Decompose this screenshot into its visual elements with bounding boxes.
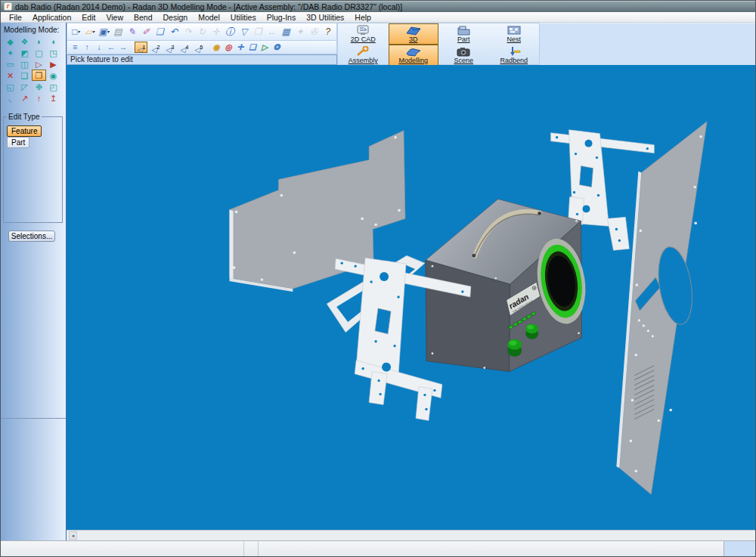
- view-preset-3[interactable]: ◁3: [163, 42, 176, 53]
- menu-bend[interactable]: Bend: [129, 13, 158, 22]
- modelling-sheet-icon: [405, 46, 422, 57]
- tool-unform[interactable]: ◟: [3, 92, 17, 104]
- tab-assembly[interactable]: Assembly: [338, 45, 389, 66]
- export-report-icon[interactable]: ▷: [259, 42, 271, 53]
- arrow-up-icon[interactable]: ↑: [81, 42, 93, 53]
- target-icon[interactable]: ◎: [222, 42, 234, 53]
- tool-unfold[interactable]: ✦: [3, 47, 17, 58]
- view-preset-2[interactable]: ◁2: [149, 42, 162, 53]
- edit-key-icon[interactable]: ✐: [139, 25, 153, 39]
- feature-button[interactable]: Feature: [7, 125, 42, 137]
- tool-curve-sheet[interactable]: ◗: [32, 36, 46, 47]
- move-icon[interactable]: ✛: [209, 25, 223, 39]
- title-bar[interactable]: r dab Radio (Radan 2014 Demo) - Radan 3D…: [1, 1, 755, 12]
- undo-icon[interactable]: ↶: [167, 25, 181, 39]
- zoom-window-icon[interactable]: ❐: [251, 25, 265, 39]
- redo-icon[interactable]: ↷: [181, 25, 195, 39]
- menu-3d-utilities[interactable]: 3D Utilities: [301, 13, 349, 22]
- tool-flange[interactable]: ◳: [46, 47, 60, 58]
- exploded-assembly-scene: radan DAB RADIO DR3327: [67, 65, 755, 530]
- tool-view-feature[interactable]: ◉: [46, 70, 60, 81]
- save-icon[interactable]: ▣▾: [97, 25, 111, 39]
- tuning-knob: [525, 324, 538, 339]
- arrow-right-icon[interactable]: →: [117, 42, 129, 53]
- resize-grip[interactable]: [723, 541, 755, 556]
- tool-hole[interactable]: ❉: [32, 81, 46, 92]
- application-window: r dab Radio (Radan 2014 Demo) - Radan 3D…: [0, 0, 756, 557]
- shaded-view-icon[interactable]: ◉: [210, 42, 222, 53]
- tool-swept-sheet[interactable]: ◖: [46, 36, 60, 47]
- radbend-arrow-icon: [506, 46, 522, 57]
- status-section-middle: [244, 541, 259, 556]
- part-panel-right[interactable]: [616, 122, 707, 494]
- tool-join[interactable]: ◫: [17, 58, 32, 70]
- view-preset-4[interactable]: ◁4: [178, 42, 191, 53]
- view-preset-1[interactable]: ◁1: [135, 42, 147, 53]
- copy-model-icon[interactable]: ❏: [246, 42, 259, 53]
- tab-2d-cad[interactable]: 2D CAD: [338, 23, 389, 45]
- mode-tab-block: 2D CAD 3D Part Nest: [337, 23, 540, 65]
- menu-application[interactable]: Application: [27, 13, 76, 22]
- edit-type-group: Edit Type Feature Part: [3, 113, 63, 223]
- menu-file[interactable]: File: [4, 13, 27, 22]
- sheet-table-icon[interactable]: ▦: [279, 25, 293, 39]
- new-document-icon[interactable]: □▾: [69, 25, 83, 39]
- tool-edit-feature[interactable]: ❒: [32, 70, 46, 81]
- globe-icon[interactable]: ❂: [271, 42, 283, 53]
- tool-export-part[interactable]: ▷: [32, 58, 46, 70]
- selections-button[interactable]: Selections...: [8, 231, 55, 242]
- measure-icon[interactable]: ✦: [293, 25, 308, 39]
- arrow-down-icon[interactable]: ↓: [93, 42, 105, 53]
- tool-import-part[interactable]: ▶: [46, 58, 60, 70]
- menu-design[interactable]: Design: [158, 13, 194, 22]
- menu-edit[interactable]: Edit: [76, 13, 101, 22]
- tab-part[interactable]: Part: [438, 23, 489, 45]
- tool-overlap[interactable]: ❑: [17, 70, 32, 81]
- tool-box[interactable]: ▢: [32, 47, 46, 58]
- tab-label: Modelling: [398, 57, 428, 64]
- scroll-left-icon[interactable]: ◂: [69, 531, 77, 540]
- tab-3d[interactable]: 3D: [389, 23, 439, 45]
- menu-help[interactable]: Help: [349, 13, 376, 22]
- menu-model[interactable]: Model: [193, 13, 225, 22]
- open-folder-icon[interactable]: ▱▾: [83, 25, 98, 39]
- draw-pencil-icon[interactable]: ✎: [125, 25, 139, 39]
- tool-raise[interactable]: ↑: [32, 92, 46, 104]
- swap-order-icon[interactable]: ≡: [69, 42, 81, 53]
- tool-rod[interactable]: ▭: [3, 58, 17, 70]
- filter-icon[interactable]: ▽: [237, 25, 251, 39]
- tab-nest[interactable]: Nest: [489, 23, 540, 45]
- tool-lift[interactable]: ↗: [17, 92, 32, 104]
- menu-bar: FileApplicationEditViewBendDesignModelUt…: [1, 12, 755, 23]
- snap-tool-icon[interactable]: ✇: [307, 25, 321, 39]
- tool-corner[interactable]: ◩: [17, 47, 32, 58]
- menu-plug-ins[interactable]: Plug-Ins: [262, 13, 302, 22]
- menu-view[interactable]: View: [101, 13, 129, 22]
- tool-delete[interactable]: ✕: [3, 70, 17, 81]
- tab-modelling[interactable]: Modelling: [389, 45, 439, 66]
- tab-label: 2D CAD: [351, 36, 376, 43]
- tool-corner-radius[interactable]: ◸: [17, 81, 32, 92]
- cycle-sheets-icon[interactable]: ❏: [153, 25, 167, 39]
- standard-toolbar: □▾▱▾▣▾▤✎✐❏↶↷↻✛ⓘ▽❐↔▦✦✇?: [67, 23, 337, 41]
- tool-flat-sheet[interactable]: ◆: [3, 36, 17, 47]
- tab-radbend[interactable]: Radbend: [489, 45, 540, 66]
- view-preset-5[interactable]: ◁5: [192, 42, 205, 53]
- tool-datum[interactable]: ↥: [46, 92, 60, 104]
- tool-fold-sheet[interactable]: ❖: [17, 36, 32, 47]
- spacing-icon[interactable]: ↔: [265, 25, 279, 39]
- redo-all-icon[interactable]: ↻: [195, 25, 209, 39]
- tool-bend[interactable]: ◰: [46, 81, 60, 92]
- menu-utilities[interactable]: Utilities: [225, 13, 262, 22]
- arrow-left-icon[interactable]: ←: [105, 42, 117, 53]
- pan-icon[interactable]: ✛: [234, 42, 246, 53]
- part-button[interactable]: Part: [7, 137, 29, 148]
- tab-scene[interactable]: Scene: [438, 45, 489, 66]
- help-icon[interactable]: ?: [321, 25, 336, 39]
- window-title: dab Radio (Radan 2014 Demo) - Radan 3D M…: [15, 2, 402, 11]
- modelling-mode-label: Modelling Mode:: [1, 23, 66, 36]
- 3d-viewport[interactable]: radan DAB RADIO DR3327: [67, 65, 755, 530]
- tool-measure[interactable]: ◱: [3, 81, 17, 92]
- print-icon[interactable]: ▤: [111, 25, 125, 39]
- info-icon[interactable]: ⓘ: [223, 25, 237, 39]
